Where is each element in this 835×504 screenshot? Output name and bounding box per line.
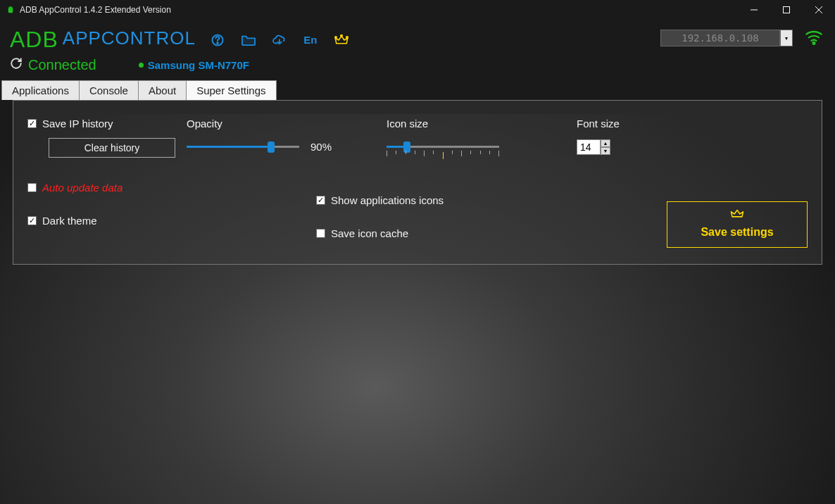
svg-point-11 (813, 42, 815, 44)
save-cache-label: Save icon cache (331, 227, 408, 239)
status-dot-icon (139, 63, 144, 68)
svg-point-7 (217, 42, 218, 44)
font-size-down[interactable]: ▼ (601, 147, 610, 155)
svg-point-9 (335, 36, 337, 37)
status-row: Connected Samsung SM-N770F (0, 56, 835, 80)
font-size-label: Font size (577, 118, 808, 130)
settings-panel: Save IP history Clear history Auto updat… (13, 100, 822, 265)
svg-point-8 (341, 34, 342, 36)
show-icons-label: Show applications icons (331, 194, 444, 206)
font-size-up[interactable]: ▲ (601, 139, 610, 147)
auto-update-label: Auto update data (42, 182, 123, 194)
tab-super-settings[interactable]: Super Settings (186, 80, 276, 100)
tabs: Applications Console About Super Setting… (0, 80, 835, 100)
tab-about[interactable]: About (138, 80, 187, 100)
window-title: ADB AppControl 1.4.2 Extended Version (20, 5, 738, 15)
svg-rect-3 (784, 7, 790, 13)
cloud-download-icon[interactable] (272, 32, 287, 48)
clear-history-button[interactable]: Clear history (49, 138, 175, 158)
icon-size-label: Icon size (387, 118, 555, 130)
auto-update-checkbox[interactable] (27, 183, 37, 192)
svg-point-1 (11, 8, 12, 8)
ip-dropdown-button[interactable]: ▾ (780, 30, 793, 46)
titlebar: ADB AppControl 1.4.2 Extended Version (0, 0, 835, 20)
icon-size-slider[interactable] (387, 139, 499, 153)
save-settings-button[interactable]: Save settings (667, 201, 808, 248)
maximize-button[interactable] (770, 0, 803, 20)
connected-label: Connected (28, 57, 96, 73)
logo-appcontrol: APPCONTROL (63, 27, 196, 49)
header: ADB APPCONTROL En ▾ (0, 20, 835, 56)
language-icon[interactable]: En (303, 32, 318, 48)
opacity-value: 90% (310, 141, 332, 153)
ip-input[interactable] (660, 30, 780, 46)
refresh-icon[interactable] (10, 57, 23, 73)
minimize-button[interactable] (738, 0, 770, 20)
svg-point-10 (346, 36, 348, 37)
wifi-icon[interactable] (804, 28, 824, 48)
close-button[interactable] (803, 0, 835, 20)
save-cache-checkbox[interactable] (316, 229, 325, 238)
logo-adb: ADB (10, 27, 58, 53)
save-ip-label: Save IP history (42, 118, 113, 130)
help-icon[interactable] (210, 32, 225, 48)
android-icon (6, 5, 15, 15)
folder-icon[interactable] (241, 32, 256, 48)
opacity-slider[interactable] (187, 139, 299, 153)
font-size-input[interactable] (577, 139, 601, 155)
svg-point-0 (9, 8, 10, 8)
opacity-label: Opacity (187, 118, 387, 130)
crown-icon (730, 209, 744, 222)
crown-icon[interactable] (334, 32, 349, 48)
tab-console[interactable]: Console (79, 80, 139, 100)
show-icons-checkbox[interactable] (316, 196, 325, 205)
save-ip-checkbox[interactable] (27, 119, 37, 128)
device-name: Samsung SM-N770F (139, 59, 249, 71)
tab-applications[interactable]: Applications (1, 80, 80, 100)
